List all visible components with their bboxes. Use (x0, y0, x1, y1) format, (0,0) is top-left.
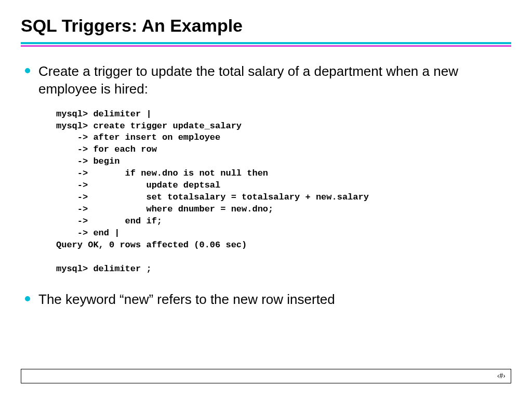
slide-content: Create a trigger to update the total sal… (21, 63, 511, 309)
code-block: mysql> delimiter | mysql> create trigger… (56, 109, 511, 275)
title-divider (21, 42, 511, 47)
bullet-icon (25, 68, 30, 73)
page-number: ‹#› (497, 372, 506, 380)
bullet-item-2: The keyword “new” refers to the new row … (25, 291, 511, 309)
bullet-text-2: The keyword “new” refers to the new row … (38, 291, 335, 309)
bullet-text-1: Create a trigger to update the total sal… (38, 63, 511, 98)
bullet-item-1: Create a trigger to update the total sal… (25, 63, 511, 98)
bullet-icon (25, 296, 30, 301)
slide-title: SQL Triggers: An Example (21, 16, 511, 36)
footer: ‹#› (21, 369, 511, 383)
